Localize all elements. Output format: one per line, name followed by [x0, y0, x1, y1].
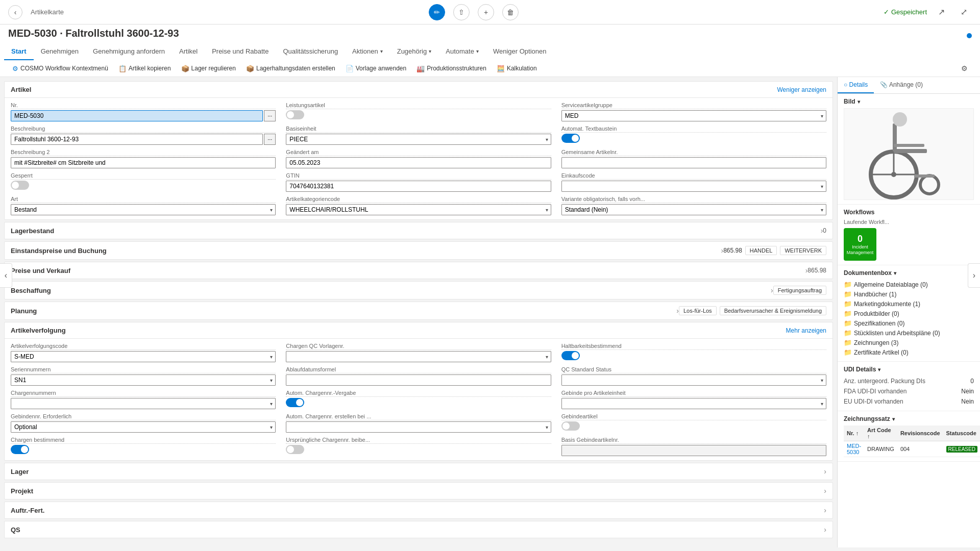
- qc-status-select[interactable]: [561, 374, 826, 386]
- workflow-box[interactable]: 0 IncidentManagement: [844, 228, 876, 261]
- nr-input[interactable]: [11, 110, 263, 121]
- tab-preise-rabatte[interactable]: Preise und Rabatte: [205, 43, 276, 60]
- basiseinheit-select[interactable]: PIECE: [286, 134, 551, 145]
- seriennummern-select[interactable]: SN1: [11, 374, 276, 386]
- artikelverfolgungscode-select[interactable]: S-MED: [11, 351, 276, 362]
- art-select[interactable]: Bestand: [11, 204, 276, 215]
- rp-tab-details[interactable]: ○ Details: [838, 77, 874, 93]
- beschreibung-dots-btn[interactable]: ···: [264, 134, 276, 145]
- tab-aktionen[interactable]: Aktionen ▾: [345, 43, 390, 60]
- gebindennr-select[interactable]: Optional: [11, 421, 276, 433]
- planung-header[interactable]: Planung › Los-für-Los Bedarfsverursacher…: [5, 302, 832, 319]
- delete-button[interactable]: 🗑: [502, 4, 519, 20]
- add-button[interactable]: +: [478, 4, 494, 20]
- los-fuer-los-btn[interactable]: Los-für-Los: [679, 306, 717, 315]
- dok-produktbilder[interactable]: 📁 Produktbilder (0): [844, 309, 974, 318]
- artikel-section-header[interactable]: Artikel Weniger anzeigen: [5, 82, 832, 98]
- einstandspreise-header[interactable]: Einstandspreise und Buchung › 865.98 HAN…: [5, 242, 832, 259]
- weiterverk-btn[interactable]: WEITERVERK: [780, 246, 826, 255]
- gebindeartikel-toggle[interactable]: [561, 421, 580, 431]
- dok-spezifikationen[interactable]: 📁 Spezifikationen (0): [844, 318, 974, 328]
- gesperrt-toggle[interactable]: [11, 181, 29, 190]
- external-link-button[interactable]: ↗: [933, 4, 949, 20]
- artikelkategoriencode-select[interactable]: WHEELCHAIR/ROLLSTUHL: [286, 204, 551, 215]
- gemeinsame-artikelnr-input[interactable]: [561, 157, 826, 168]
- autom-chargennr-vergabe-toggle[interactable]: [286, 398, 304, 407]
- bild-title[interactable]: Bild ▾: [844, 98, 974, 105]
- geaendert-am-input[interactable]: [286, 157, 551, 168]
- einkaufscode-select[interactable]: [561, 181, 826, 192]
- chargen-qc-select-wrap: [286, 351, 551, 362]
- automat-textbaustein-toggle[interactable]: [561, 134, 580, 143]
- beschreibung-input[interactable]: [11, 134, 263, 145]
- expand-button[interactable]: ⤢: [955, 4, 972, 20]
- vorlage-anwenden-btn[interactable]: 📄 Vorlage anwenden: [341, 63, 410, 74]
- udi-title[interactable]: UDI Details ▾: [844, 366, 974, 373]
- artikel-kopieren-btn[interactable]: 📋 Artikel kopieren: [114, 63, 175, 74]
- cosmo-workflow-btn[interactable]: ⚙ COSMO Workflow Kontextmenü: [8, 63, 112, 74]
- dokumentenbox-title[interactable]: Dokumentenbox ▾: [844, 269, 974, 277]
- mehr-anzeigen-link[interactable]: Mehr anzeigen: [786, 327, 826, 334]
- serviceartikelgruppe-select[interactable]: MED: [561, 110, 826, 121]
- bedarfsverursacher-btn[interactable]: Bedarfsverursacher & Ereignismeldung: [720, 306, 826, 315]
- handel-btn[interactable]: HANDEL: [745, 246, 777, 255]
- dok-allgemeine[interactable]: 📁 Allgemeine Dateiablage (0): [844, 280, 974, 289]
- tab-start[interactable]: Start: [4, 43, 34, 60]
- edit-button[interactable]: ✏: [429, 4, 445, 20]
- share-button[interactable]: ⇧: [453, 4, 470, 20]
- ablaufdatumsformel-input[interactable]: [286, 374, 551, 386]
- projekt-header[interactable]: Projekt ›: [5, 483, 832, 499]
- toolbar-settings-btn[interactable]: ⚙: [957, 62, 972, 74]
- beschreibung2-input[interactable]: [11, 157, 276, 168]
- dok-zertifikate[interactable]: 📁 Zertifikate Artikel (0): [844, 347, 974, 357]
- autom-chargennr-erstellen-select[interactable]: [286, 421, 551, 433]
- qs-header[interactable]: QS ›: [5, 521, 832, 538]
- preise-verkauf-header[interactable]: Preise und Verkauf › 865.98: [5, 262, 832, 279]
- basis-gebindeartikelnr-input[interactable]: [561, 445, 826, 456]
- back-button[interactable]: ‹: [8, 5, 22, 19]
- lagerbestand-header[interactable]: Lagerbestand › 0: [5, 222, 832, 239]
- svg-rect-6: [893, 123, 897, 152]
- nr-link[interactable]: MED-5030: [847, 443, 861, 455]
- dok-stuecklisten[interactable]: 📁 Stücklisten und Arbeitspläne (0): [844, 328, 974, 338]
- qs-chevron: ›: [824, 525, 826, 534]
- tab-artikel[interactable]: Artikel: [172, 43, 205, 60]
- beschaffung-header[interactable]: Beschaffung › Fertigungsauftrag: [5, 282, 832, 299]
- weniger-anzeigen-link[interactable]: Weniger anzeigen: [777, 86, 826, 93]
- auftrfert-header[interactable]: Auftr.-Fert. ›: [5, 502, 832, 518]
- udi-row-3: EU UDI-DI vorhanden Nein: [844, 396, 974, 407]
- dok-marketing[interactable]: 📁 Marketingdokumente (1): [844, 299, 974, 309]
- fertigungsauftrag-btn[interactable]: Fertigungsauftrag: [773, 286, 826, 295]
- lagerhaltungsdaten-btn[interactable]: 📦 Lagerhaltungsdaten erstellen: [242, 63, 339, 74]
- label-serviceartikelgruppe: Serviceartikelgruppe: [561, 102, 826, 109]
- rp-tab-anhaenge[interactable]: 📎 Anhänge (0): [874, 77, 929, 93]
- produktionsstrukturen-btn[interactable]: 🏭 Produktionsstrukturen: [412, 63, 491, 74]
- prev-arrow[interactable]: ‹: [0, 263, 12, 288]
- tab-zugehoerig[interactable]: Zugehörig ▾: [390, 43, 439, 60]
- chargennummern-select[interactable]: [11, 398, 276, 409]
- tab-qualitaet[interactable]: Qualitätssicherung: [276, 43, 345, 60]
- tab-genehmigen[interactable]: Genehmigen: [34, 43, 86, 60]
- label-haltbarkeitsbestimmend: Haltbarkeitsbestimmend: [561, 343, 826, 350]
- udi-fields: Anz. untergeord. Packung DIs 0 FDA UDI-D…: [844, 376, 974, 407]
- artikelverfolgung-header[interactable]: Artikelverfolgung Mehr anzeigen: [5, 322, 832, 339]
- lager-header[interactable]: Lager ›: [5, 463, 832, 480]
- dok-handbuecher[interactable]: 📁 Handbücher (1): [844, 289, 974, 299]
- gtin-input[interactable]: [286, 181, 551, 192]
- nr-dots-btn[interactable]: ···: [264, 110, 276, 121]
- leistungsartikel-toggle[interactable]: [286, 110, 304, 119]
- chargen-bestimmend-toggle[interactable]: [11, 445, 29, 454]
- variante-select[interactable]: Standard (Nein): [561, 204, 826, 215]
- kalkulation-btn[interactable]: 🧮 Kalkulation: [493, 63, 541, 74]
- haltbarkeitsbestimmend-toggle[interactable]: [561, 351, 580, 360]
- gebinde-pro-select[interactable]: [561, 398, 826, 409]
- tab-weniger-optionen[interactable]: Weniger Optionen: [486, 43, 554, 60]
- chargen-qc-select[interactable]: [286, 351, 551, 362]
- dok-zeichnungen[interactable]: 📁 Zeichnungen (3): [844, 338, 974, 347]
- lager-regulieren-btn[interactable]: 📦 Lager regulieren: [177, 63, 240, 74]
- urspruengliche-chargennr-toggle[interactable]: [286, 445, 304, 454]
- zeichnungssatz-title[interactable]: Zeichnungssatz ▾: [844, 415, 974, 422]
- next-arrow[interactable]: ›: [968, 263, 980, 288]
- tab-automate[interactable]: Automate ▾: [438, 43, 486, 60]
- tab-genehmigung-anfordern[interactable]: Genehmigung anfordern: [86, 43, 172, 60]
